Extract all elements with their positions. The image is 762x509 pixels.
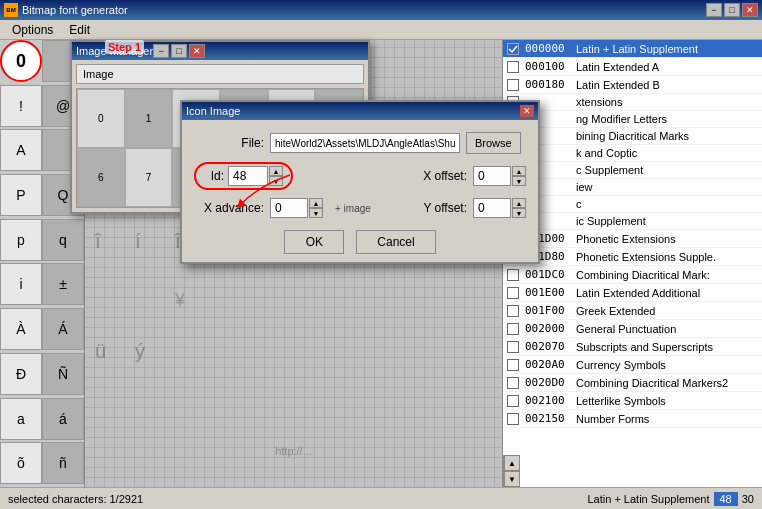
charset-item-3[interactable]: xtensions	[503, 94, 762, 111]
minimize-button[interactable]: −	[706, 3, 722, 17]
x-advance-down[interactable]: ▼	[309, 208, 323, 218]
y-offset-down[interactable]: ▼	[512, 208, 526, 218]
menu-bar: Options Edit	[0, 20, 762, 40]
char-cell-plusminus[interactable]: ±	[42, 263, 84, 305]
char-cell-0[interactable]: 0	[0, 40, 42, 82]
charset-item-6[interactable]: k and Coptic	[503, 145, 762, 162]
charset-name-15: Greek Extended	[576, 305, 656, 317]
maximize-button[interactable]: □	[724, 3, 740, 17]
img-mgr-close[interactable]: ✕	[189, 44, 205, 58]
charset-checkbox-14[interactable]	[507, 287, 519, 299]
x-offset-up[interactable]: ▲	[512, 166, 526, 176]
charset-checkbox-16[interactable]	[507, 323, 519, 335]
char-cell-Agrave[interactable]: À	[0, 308, 42, 350]
charset-item-14[interactable]: 001E00 Latin Extended Additional	[503, 284, 762, 302]
charset-checkbox-21[interactable]	[507, 413, 519, 425]
x-offset-input[interactable]	[473, 166, 511, 186]
menu-edit[interactable]: Edit	[61, 21, 98, 39]
icon-dialog-title-bar: Icon Image ✕	[182, 102, 538, 120]
char-cell-aacute2[interactable]: á	[42, 398, 84, 440]
charset-checkbox-1[interactable]	[507, 61, 519, 73]
charset-item-0[interactable]: 000000 Latin + Latin Supplement	[503, 40, 762, 58]
charset-item-17[interactable]: 002070 Subscripts and Superscripts	[503, 338, 762, 356]
charset-item-5[interactable]: bining Diacritical Marks	[503, 128, 762, 145]
id-spinner-buttons: ▲ ▼	[269, 166, 283, 186]
charset-checkbox-19[interactable]	[507, 377, 519, 389]
charset-checkbox-0[interactable]	[507, 43, 519, 55]
y-offset-up[interactable]: ▲	[512, 198, 526, 208]
char-cell-Eth[interactable]: Ð	[0, 353, 42, 395]
cancel-button[interactable]: Cancel	[356, 230, 435, 254]
charset-item-10[interactable]: ic Supplement	[503, 213, 762, 230]
charset-item-18[interactable]: 0020A0 Currency Symbols	[503, 356, 762, 374]
scroll-down-arrow[interactable]: ▼	[504, 471, 520, 487]
charset-item-4[interactable]: ng Modifier Letters	[503, 111, 762, 128]
charset-checkbox-13[interactable]	[507, 269, 519, 281]
charset-code-15: 001F00	[525, 304, 570, 317]
charset-item-19[interactable]: 0020D0 Combining Diacritical Markers2	[503, 374, 762, 392]
char-cell-excl[interactable]: !	[0, 85, 42, 127]
id-spinner-down[interactable]: ▼	[269, 176, 283, 186]
char-cell-Ntilde[interactable]: Ñ	[42, 353, 84, 395]
charset-checkbox-18[interactable]	[507, 359, 519, 371]
ok-button[interactable]: OK	[284, 230, 344, 254]
char-cell-Aacute[interactable]: Á	[42, 308, 84, 350]
charset-checkbox-20[interactable]	[507, 395, 519, 407]
charset-checkbox-2[interactable]	[507, 79, 519, 91]
file-input[interactable]	[270, 133, 460, 153]
img-cell-0[interactable]: 0	[77, 89, 125, 148]
charset-item-9[interactable]: c	[503, 196, 762, 213]
menu-options[interactable]: Options	[4, 21, 61, 39]
scroll-up-arrow[interactable]: ▲	[504, 455, 520, 471]
charset-code-14: 001E00	[525, 286, 570, 299]
char-cell-q[interactable]: q	[42, 219, 84, 261]
charset-name-2: Latin Extended B	[576, 79, 660, 91]
charset-name-9: c	[576, 198, 582, 210]
x-advance-input[interactable]	[270, 198, 308, 218]
charset-item-21[interactable]: 002150 Number Forms	[503, 410, 762, 428]
charset-item-8[interactable]: iew	[503, 179, 762, 196]
id-label: Id:	[204, 169, 224, 183]
charset-item-15[interactable]: 001F00 Greek Extended	[503, 302, 762, 320]
img-mgr-maximize[interactable]: □	[171, 44, 187, 58]
char-cell-A[interactable]: A	[0, 129, 42, 171]
char-cell-i[interactable]: i	[0, 263, 42, 305]
charset-item-16[interactable]: 002000 General Punctuation	[503, 320, 762, 338]
img-mgr-minimize[interactable]: −	[153, 44, 169, 58]
charset-checkbox-17[interactable]	[507, 341, 519, 353]
img-cell-1[interactable]: 1	[125, 89, 173, 148]
charset-item-12[interactable]: 001D80 Phonetic Extensions Supple.	[503, 248, 762, 266]
y-offset-spinner-buttons: ▲ ▼	[512, 198, 526, 218]
id-spinner-up[interactable]: ▲	[269, 166, 283, 176]
status-charset: Latin + Latin Supplement	[587, 493, 709, 505]
img-cell-7[interactable]: 7	[125, 148, 173, 207]
x-offset-down[interactable]: ▼	[512, 176, 526, 186]
x-advance-up[interactable]: ▲	[309, 198, 323, 208]
char-cell-P[interactable]: P	[0, 174, 42, 216]
id-highlight-circle: Id: ▲ ▼	[194, 162, 293, 190]
status-bar: selected characters: 1/2921 Latin + Lati…	[0, 487, 762, 509]
id-input[interactable]	[228, 166, 268, 186]
charset-item-13[interactable]: 001DC0 Combining Diacritical Mark:	[503, 266, 762, 284]
charset-item-7[interactable]: c Supplement	[503, 162, 762, 179]
charset-item-11[interactable]: 001D00 Phonetic Extensions	[503, 230, 762, 248]
charset-name-20: Letterlike Symbols	[576, 395, 666, 407]
char-cell-ntilde[interactable]: ñ	[42, 442, 84, 484]
close-button[interactable]: ✕	[742, 3, 758, 17]
img-cell-6[interactable]: 6	[77, 148, 125, 207]
status-id-box: 48	[714, 492, 738, 506]
charset-checkbox-15[interactable]	[507, 305, 519, 317]
browse-button[interactable]: Browse	[466, 132, 521, 154]
charset-item-2[interactable]: 000180 Latin Extended B	[503, 76, 762, 94]
title-bar-left: BM Bitmap font generator	[4, 3, 128, 17]
xadvance-yoffset-row: X advance: ▲ ▼ + image Y offset: ▲ ▼	[194, 198, 526, 218]
icon-dialog-close-button[interactable]: ✕	[520, 105, 534, 117]
y-offset-input[interactable]	[473, 198, 511, 218]
charset-item-20[interactable]: 002100 Letterlike Symbols	[503, 392, 762, 410]
char-cell-aacute[interactable]: a	[0, 398, 42, 440]
charset-code-1: 000100	[525, 60, 570, 73]
char-cell-otilde[interactable]: õ	[0, 442, 42, 484]
char-cell-p[interactable]: p	[0, 219, 42, 261]
charset-item-1[interactable]: 000100 Latin Extended A	[503, 58, 762, 76]
right-scrollbar[interactable]: ▲ ▼	[503, 455, 519, 487]
